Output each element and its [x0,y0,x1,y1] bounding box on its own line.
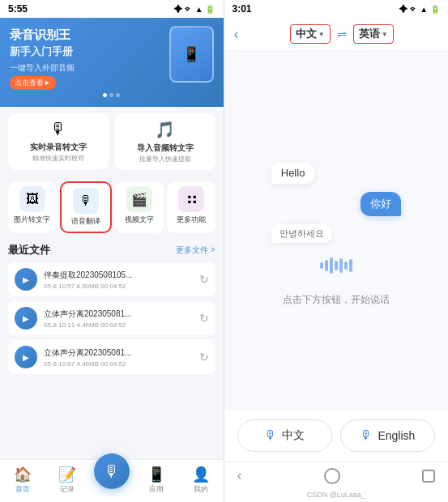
wave-bar-1 [320,262,323,269]
record-title: 实时录音转文字 [13,142,104,152]
import-desc: 批量导入快速提取 [120,155,211,164]
from-language-selector[interactable]: 中文 ▼ [290,24,331,44]
sync-icon-1[interactable]: ↻ [199,312,209,325]
csdn-text: CSDN [307,491,330,499]
wave-bar-5 [339,258,343,273]
quick-actions: 🖼 图片转文字 🎙 语音翻译 🎬 视频文字 ⠶ 更多功能 [0,177,224,238]
record-nav-icon: 📝 [58,466,76,483]
back-gesture-icon[interactable]: ‹ [237,467,242,484]
file-name-2: 立体声分离202305081... [44,347,194,359]
file-item-0[interactable]: ▶ 伴奏提取20230508105... 05-8 10:57 8.90MB 0… [8,262,215,296]
action-label-1: 语音翻译 [71,216,100,227]
play-button-0[interactable]: ▶ [15,268,37,291]
record-icon: 🎙 [13,120,104,138]
left-status-bar: 5:55 ✦ ᯤ ▲ 🔋 [0,0,224,18]
voice-translate-icon: 🎙 [73,188,99,214]
play-button-1[interactable]: ▶ [15,307,37,330]
play-button-2[interactable]: ▶ [15,346,37,368]
more-icon: ⠶ [178,186,204,212]
chinese-button-label: 中文 [282,428,305,443]
from-language-arrow: ▼ [318,31,325,38]
nav-home-label: 首页 [15,484,30,495]
dot-3 [116,93,120,97]
video-icon: 🎬 [126,186,152,212]
file-meta-0: 05-8 10:57 8.90MB 00:04:52 [44,283,194,290]
action-label-3: 更多功能 [177,215,206,225]
nav-mic-container: 🎙 [89,453,134,489]
sync-icon-2[interactable]: ↻ [199,351,209,364]
action-label-0: 图片转文字 [14,215,50,225]
wave-bar-7 [349,259,352,272]
feature-card-import[interactable]: 🎵 导入音频转文字 批量导入快速提取 [115,113,215,170]
dot-1 [103,93,107,97]
banner-dots [10,90,214,100]
speech-visual: Hello 你好 안녕하세요 [271,154,401,251]
nav-record[interactable]: 📝 记录 [45,463,89,499]
action-voice-translate[interactable]: 🎙 语音翻译 [60,181,112,233]
english-speak-button[interactable]: 🎙 English [340,419,435,452]
right-panel: 3:01 ✦ ᯤ ▲ 🔋 ‹ 中文 ▼ ⇌ 英语 ▼ Hello 你好 [224,0,449,502]
file-meta-2: 05-8 10:07 4.46MB 00:04:52 [44,360,194,368]
image-icon: 🖼 [19,186,45,212]
feature-cards: 🎙 实时录音转文字 精准快速实时校对 🎵 导入音频转文字 批量导入快速提取 [0,107,224,177]
home-circle-icon[interactable] [324,468,340,484]
banner-cta[interactable]: 点击查看► [10,76,56,90]
action-label-2: 视频文字 [125,215,154,225]
recent-header: 最近文件 更多文件 > [8,243,215,257]
import-title: 导入音频转文字 [120,143,211,153]
record-desc: 精准快速实时校对 [13,154,104,163]
action-video-text[interactable]: 🎬 视频文字 [115,181,164,233]
wave-bar-4 [335,261,338,270]
right-bottom-nav: ‹ [224,462,449,489]
file-info-1: 立体声分离202305081... 05-8 10:11 4.46MB 00:0… [44,308,194,329]
feature-card-record[interactable]: 🎙 实时录音转文字 精准快速实时校对 [8,113,109,170]
profile-icon: 👤 [192,466,210,483]
recent-title: 最近文件 [8,243,50,257]
to-language-text: 英语 [359,27,380,41]
nav-profile-label: 我的 [194,484,208,495]
banner: 录音识别王 新手入门手册 一键导入外部音频 点击查看► 📱 [0,18,224,107]
file-item-1[interactable]: ▶ 立体声分离202305081... 05-8 10:11 4.46MB 00… [8,301,215,335]
action-image-to-text[interactable]: 🖼 图片转文字 [8,181,57,233]
lang-selector: ‹ 中文 ▼ ⇌ 英语 ▼ [224,18,449,51]
file-item-2[interactable]: ▶ 立体声分离202305081... 05-8 10:07 4.46MB 00… [8,340,215,374]
recents-square-icon[interactable] [422,470,435,483]
left-panel: 5:55 ✦ ᯤ ▲ 🔋 录音识别王 新手入门手册 一键导入外部音频 点击查看►… [0,0,224,502]
to-language-arrow: ▼ [382,31,388,38]
from-language-text: 中文 [296,27,317,41]
action-more[interactable]: ⠶ 更多功能 [167,181,215,233]
nav-home[interactable]: 🏠 首页 [0,463,45,499]
english-button-label: English [378,429,415,442]
right-status-time: 3:01 [233,3,252,15]
banner-phone-illustration: 📱 [169,26,214,83]
bubble-nihao: 你好 [361,192,401,216]
english-mic-icon: 🎙 [360,428,373,443]
nav-mic-button[interactable]: 🎙 [94,453,130,489]
import-icon: 🎵 [120,120,211,139]
apps-icon: 📱 [147,466,165,483]
file-name-0: 伴奏提取20230508105... [44,270,194,281]
csdn-user: @LuLaaa_ [330,491,365,499]
left-status-time: 5:55 [8,3,28,15]
swap-language-icon[interactable]: ⇌ [337,28,347,40]
recent-more-link[interactable]: 更多文件 > [176,245,215,256]
to-language-selector[interactable]: 英语 ▼ [353,24,394,44]
nav-profile[interactable]: 👤 我的 [178,463,223,499]
back-arrow-icon[interactable]: ‹ [234,26,239,43]
recent-section: 最近文件 更多文件 > ▶ 伴奏提取20230508105... 05-8 10… [0,238,224,459]
bottom-language-buttons: 🎙 中文 🎙 English [224,409,449,462]
wave-bar-3 [330,257,333,274]
home-icon: 🏠 [14,466,32,483]
sync-icon-0[interactable]: ↻ [199,273,209,286]
nav-apps[interactable]: 📱 应用 [134,463,178,499]
dot-2 [109,93,113,97]
bubble-hello: Hello [271,162,315,184]
file-name-1: 立体声分离202305081... [44,308,194,320]
left-bottom-nav: 🏠 首页 📝 记录 🎙 📱 应用 👤 我的 [0,459,224,502]
nav-record-label: 记录 [60,484,75,495]
wave-indicator [320,257,352,274]
chinese-speak-button[interactable]: 🎙 中文 [237,419,332,452]
left-status-icons: ✦ ᯤ ▲ 🔋 [174,5,215,14]
nav-apps-label: 应用 [149,484,164,495]
file-meta-1: 05-8 10:11 4.46MB 00:04:52 [44,321,194,329]
